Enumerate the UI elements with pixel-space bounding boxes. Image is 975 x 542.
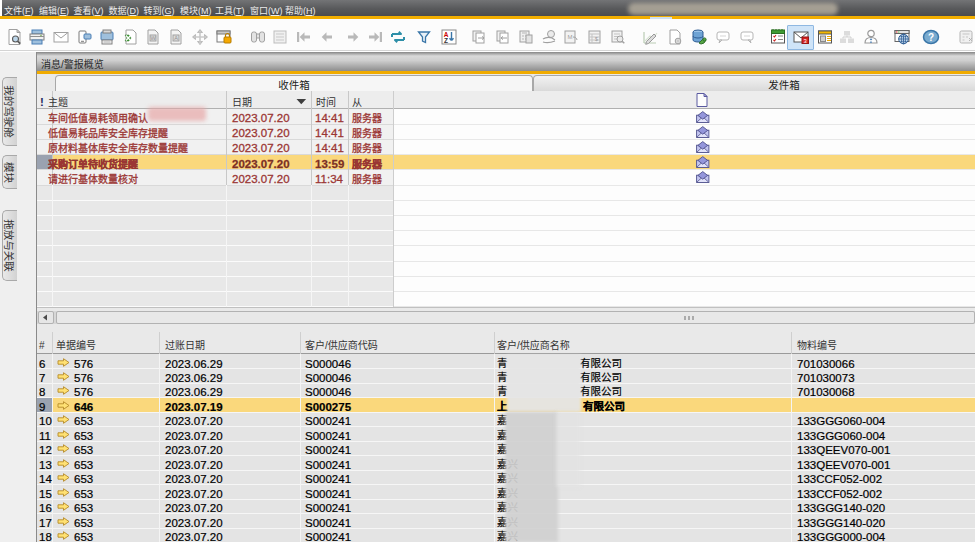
svg-text:A: A (174, 35, 178, 41)
svg-text:M: M (568, 34, 573, 40)
svg-text:Z: Z (444, 37, 448, 44)
svg-text:?: ? (928, 32, 934, 43)
svg-text:$: $ (595, 36, 598, 42)
svg-text:W: W (150, 35, 156, 41)
